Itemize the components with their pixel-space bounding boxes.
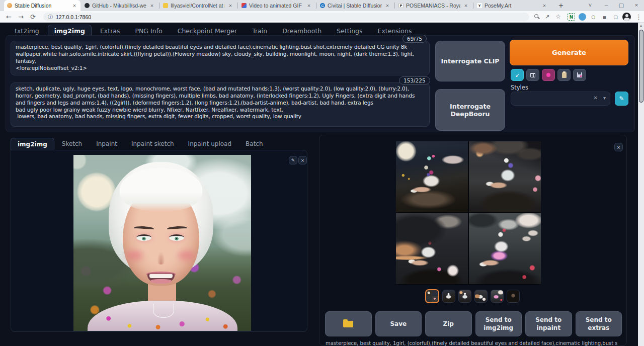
clear-styles-icon[interactable]: ✕ xyxy=(594,95,598,101)
page-scrollbar[interactable]: ▴ xyxy=(638,23,644,346)
bookmark-star-icon[interactable]: ☆ xyxy=(553,12,563,22)
scrollbar-thumb[interactable] xyxy=(639,30,643,103)
portrait-nose xyxy=(157,251,165,265)
gallery-action-buttons: Save Zip Send to img2img Send to inpaint… xyxy=(325,311,622,336)
subtab-batch[interactable]: Batch xyxy=(239,138,270,151)
browser-tab-stable-diffusion[interactable]: Stable Diffusion × xyxy=(4,0,80,11)
browser-tab-posemy-art[interactable]: Y PoseMy.Art × xyxy=(474,0,550,11)
browser-tab-gif-converter[interactable]: Video to animated GIF converter × xyxy=(238,0,315,11)
thumbnail-1-selected[interactable] xyxy=(425,289,439,303)
prompt-panel: masterpiece, best quality, 1girl, (color… xyxy=(6,35,635,132)
thumbnail-2[interactable] xyxy=(442,290,455,303)
subtab-inpaint[interactable]: Inpaint xyxy=(90,138,124,151)
extensions-puzzle-icon[interactable]: ⬡ xyxy=(590,13,597,21)
tab-title: Civitai | Stable Diffusion model xyxy=(328,3,382,9)
subtab-inpaint-upload[interactable]: Inpaint upload xyxy=(182,138,238,151)
browser-tab-github[interactable]: GitHub - Mikubill/sd-webui-co × xyxy=(82,0,158,11)
generated-image-2[interactable] xyxy=(469,141,541,212)
scrollbar-up-icon[interactable]: ▴ xyxy=(638,23,644,29)
github-favicon xyxy=(85,3,90,8)
posemy-art-favicon: Y xyxy=(477,3,482,8)
thumbnail-5[interactable] xyxy=(491,290,504,303)
generated-image-grid[interactable] xyxy=(396,141,541,285)
url-text: 127.0.0.1:7860 xyxy=(56,14,91,20)
uploaded-image-preview[interactable] xyxy=(73,155,251,331)
remove-image-button[interactable]: × xyxy=(298,156,307,164)
img2img-mode-tabs: img2img Sketch Inpaint Inpaint sketch In… xyxy=(11,138,270,151)
thumbnail-4[interactable] xyxy=(474,290,488,303)
close-icon: × xyxy=(617,145,621,150)
clear-prompt-button[interactable] xyxy=(526,69,539,81)
address-bar[interactable]: ⓘ 127.0.0.1:7860 xyxy=(43,13,529,21)
subtab-sketch[interactable]: Sketch xyxy=(55,138,89,151)
paste-parameters-button[interactable]: ↙ xyxy=(511,69,524,81)
folder-icon xyxy=(343,321,353,327)
zip-button[interactable]: Zip xyxy=(425,311,472,336)
interrogate-clip-button[interactable]: Interrogate CLIP xyxy=(435,41,505,81)
generated-image-3[interactable] xyxy=(396,213,468,284)
generated-image-4[interactable] xyxy=(469,213,541,284)
new-tab-button[interactable]: + xyxy=(556,1,566,10)
extension-blue-icon[interactable] xyxy=(579,13,586,21)
portrait-hair-top xyxy=(120,168,202,211)
extension-n-icon[interactable]: N xyxy=(568,13,575,21)
save-button[interactable]: Save xyxy=(375,311,422,336)
tab-close-icon[interactable]: × xyxy=(463,3,469,9)
open-folder-button[interactable] xyxy=(325,311,372,336)
negative-prompt-input[interactable]: sketch, duplicate, ugly, huge eyes, text… xyxy=(11,82,430,127)
window-maximize-button[interactable]: ▢ xyxy=(615,0,628,11)
subtab-inpaint-sketch[interactable]: Inpaint sketch xyxy=(125,138,181,151)
floppy-save-icon xyxy=(577,72,582,77)
edit-image-button[interactable]: ✎ xyxy=(289,156,297,164)
window-close-button[interactable]: × xyxy=(630,0,643,11)
prompt-input[interactable]: masterpiece, best quality, 1girl, (color… xyxy=(11,41,430,75)
extra-networks-button[interactable] xyxy=(542,69,555,81)
thumbnail-3[interactable] xyxy=(458,290,471,303)
interrogate-deepbooru-button[interactable]: Interrogate DeepBooru xyxy=(435,89,505,131)
pencil-icon: ✎ xyxy=(619,95,624,102)
tab-close-icon[interactable]: × xyxy=(541,3,547,9)
tab-title: GitHub - Mikubill/sd-webui-co xyxy=(92,3,146,9)
save-style-button[interactable] xyxy=(573,69,586,81)
browser-menu-icon[interactable]: ⋮ xyxy=(634,12,643,22)
portrait-eye-right xyxy=(169,234,184,241)
styles-label: Styles xyxy=(511,84,528,91)
clipboard-icon xyxy=(562,72,567,78)
trash-icon xyxy=(530,73,535,77)
forward-icon[interactable]: → xyxy=(16,12,26,22)
tab-close-icon[interactable]: × xyxy=(71,3,77,9)
site-info-icon[interactable]: ⓘ xyxy=(48,14,53,21)
generated-image-1[interactable] xyxy=(396,141,468,212)
generate-button[interactable]: Generate xyxy=(510,40,628,65)
send-to-extras-button[interactable]: Send to extras xyxy=(576,311,622,336)
tab-close-icon[interactable]: × xyxy=(384,3,390,9)
send-to-inpaint-button[interactable]: Send to inpaint xyxy=(525,311,572,336)
apply-style-button[interactable] xyxy=(557,69,571,81)
styles-dropdown[interactable]: ✕ ▾ xyxy=(511,92,610,106)
portrait-blush-left xyxy=(126,250,143,261)
browser-tab-controlnet[interactable]: Illyasviel/ControlNet at main × xyxy=(160,0,236,11)
img2img-source-panel: ✎ × xyxy=(11,150,307,332)
subtab-img2img[interactable]: img2img xyxy=(11,138,54,151)
window-chevron-icon[interactable]: ˅ xyxy=(584,0,597,11)
tab-close-icon[interactable]: × xyxy=(227,3,233,9)
window-split-icon[interactable]: ▢ xyxy=(612,13,619,21)
zoom-icon[interactable] xyxy=(534,14,538,18)
browser-tab-civitai[interactable]: C Civitai | Stable Diffusion model × xyxy=(317,0,393,11)
window-minimize-button[interactable]: – xyxy=(600,0,613,11)
chevron-down-icon[interactable]: ▾ xyxy=(603,95,606,101)
browser-tab-posemaniacs[interactable]: P POSEMANIACS - Royalty free 3 × xyxy=(395,0,472,11)
share-icon[interactable]: ↗ xyxy=(542,12,552,22)
reload-icon[interactable]: ⟳ xyxy=(28,12,38,22)
profile-avatar[interactable] xyxy=(622,13,631,21)
media-queue-icon[interactable]: ≡ xyxy=(601,13,608,21)
gif-converter-favicon xyxy=(242,3,247,8)
close-gallery-button[interactable]: × xyxy=(614,143,623,151)
tab-close-icon[interactable]: × xyxy=(306,3,312,9)
edit-styles-button[interactable]: ✎ xyxy=(615,92,628,106)
thumbnail-6[interactable] xyxy=(507,290,520,303)
back-icon[interactable]: ← xyxy=(4,12,14,22)
tab-close-icon[interactable]: × xyxy=(149,3,155,9)
send-to-img2img-button[interactable]: Send to img2img xyxy=(475,311,522,336)
paste-arrow-icon: ↙ xyxy=(515,72,519,78)
